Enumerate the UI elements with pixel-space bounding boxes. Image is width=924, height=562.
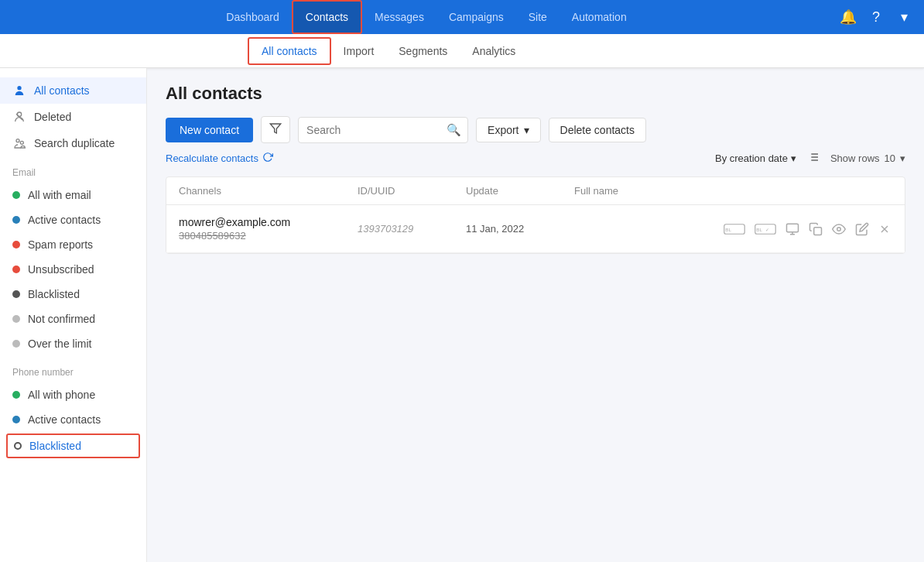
sidebar-item-deleted[interactable]: Deleted xyxy=(0,104,146,130)
blacklist-phone-icon[interactable]: BL✓ xyxy=(753,221,778,238)
svg-text:✓: ✓ xyxy=(765,227,769,232)
delete-contacts-button[interactable]: Delete contacts xyxy=(549,118,647,142)
sidebar-item-blacklisted-phone[interactable]: Blacklisted xyxy=(6,433,140,458)
table-header: Channels ID/UUID Update Full name xyxy=(166,177,905,205)
nav-dashboard[interactable]: Dashboard xyxy=(214,0,292,34)
deleted-icon xyxy=(12,110,26,124)
subnav-analytics[interactable]: Analytics xyxy=(460,34,528,68)
sidebar-item-all-with-email[interactable]: All with email xyxy=(0,183,146,207)
new-contact-button[interactable]: New contact xyxy=(166,118,253,142)
nav-contacts[interactable]: Contacts xyxy=(292,0,362,34)
dot-red-icon xyxy=(12,241,20,248)
delete-icon[interactable] xyxy=(877,221,892,237)
svg-point-4 xyxy=(20,141,23,144)
dot-dark-icon xyxy=(12,290,20,298)
page-title: All contacts xyxy=(166,84,905,104)
email-section-label: Email xyxy=(0,156,146,183)
duplicate-icon xyxy=(12,136,26,150)
dot-circle-outline-icon xyxy=(14,442,22,450)
sort-button[interactable]: By creation date ▾ xyxy=(715,152,796,164)
sidebar: All contacts Deleted Search duplicate Em… xyxy=(0,68,147,562)
sort-dropdown-icon: ▾ xyxy=(791,152,796,164)
copy-icon[interactable] xyxy=(807,221,824,238)
search-input[interactable] xyxy=(306,124,442,136)
chevron-down-icon[interactable]: ▾ xyxy=(896,9,912,25)
sidebar-item-not-confirmed[interactable]: Not confirmed xyxy=(0,307,146,331)
sidebar-item-unsubscribed[interactable]: Unsubscribed xyxy=(0,257,146,282)
show-rows-chevron-icon[interactable]: ▾ xyxy=(900,152,905,164)
contact-id: 1393703129 xyxy=(358,223,466,235)
chevron-down-icon: ▾ xyxy=(524,124,529,136)
toolbar: New contact 🔍 Export ▾ Delete contacts xyxy=(166,116,905,143)
layout: All contacts Deleted Search duplicate Em… xyxy=(0,68,924,562)
help-icon[interactable]: ? xyxy=(868,9,884,25)
top-nav-links: Dashboard Contacts Messages Campaigns Si… xyxy=(12,0,840,34)
top-nav-right: 🔔 ? ▾ xyxy=(840,9,912,25)
svg-point-3 xyxy=(16,139,19,142)
sidebar-item-blacklisted-email[interactable]: Blacklisted xyxy=(0,282,146,307)
filter-button[interactable] xyxy=(261,116,290,143)
nav-messages[interactable]: Messages xyxy=(362,0,436,34)
nav-site[interactable]: Site xyxy=(516,0,560,34)
sidebar-item-over-limit[interactable]: Over the limit xyxy=(0,331,146,356)
edit-icon[interactable] xyxy=(854,221,871,238)
svg-point-0 xyxy=(17,86,21,90)
recalc-row: Recalculate contacts By creation date ▾ … xyxy=(166,151,905,166)
svg-rect-17 xyxy=(787,224,799,232)
contact-phone: 380485589632 xyxy=(179,230,358,242)
sidebar-item-spam-reports[interactable]: Spam reports xyxy=(0,232,146,257)
contact-date: 11 Jan, 2022 xyxy=(466,223,574,235)
recalculate-link[interactable]: Recalculate contacts xyxy=(166,152,273,165)
svg-marker-5 xyxy=(270,124,280,133)
show-rows-count: 10 xyxy=(885,152,895,164)
subnav-import[interactable]: Import xyxy=(331,34,387,68)
col-channels: Channels xyxy=(179,185,358,197)
show-rows-label: Show rows xyxy=(830,152,880,164)
bell-icon[interactable]: 🔔 xyxy=(840,9,856,25)
row-actions: BL BL✓ xyxy=(753,221,892,238)
main-content: All contacts New contact 🔍 Export ▾ Dele… xyxy=(147,68,924,562)
show-rows-selector: Show rows 10 ▾ xyxy=(830,152,905,164)
subnav-segments[interactable]: Segments xyxy=(386,34,460,68)
sidebar-item-active-contacts-phone[interactable]: Active contacts xyxy=(0,407,146,432)
sidebar-item-active-contacts-email[interactable]: Active contacts xyxy=(0,207,146,232)
sidebar-item-search-duplicate[interactable]: Search duplicate xyxy=(0,130,146,156)
filter-icon xyxy=(269,122,282,137)
svg-text:BL: BL xyxy=(725,227,731,232)
contact-email: mowrer@example.com xyxy=(179,216,358,228)
sort-columns-icon[interactable] xyxy=(807,151,820,166)
dot-gray-icon xyxy=(12,315,20,323)
col-actions xyxy=(753,185,892,197)
top-nav: Dashboard Contacts Messages Campaigns Si… xyxy=(0,0,924,34)
contacts-table: Channels ID/UUID Update Full name mowrer… xyxy=(166,176,905,254)
phone-section-label: Phone number xyxy=(0,356,146,382)
person-icon xyxy=(12,84,26,98)
subnav-all-contacts[interactable]: All contacts xyxy=(248,37,331,65)
refresh-icon xyxy=(262,152,273,165)
recalculate-label: Recalculate contacts xyxy=(166,152,258,164)
col-id: ID/UUID xyxy=(358,185,466,197)
col-update: Update xyxy=(466,185,574,197)
sidebar-item-all-with-phone[interactable]: All with phone xyxy=(0,382,146,407)
blacklist-email-icon[interactable]: BL xyxy=(722,221,747,238)
search-box: 🔍 xyxy=(298,117,468,143)
table-row: mowrer@example.com 380485589632 13937031… xyxy=(166,205,905,253)
dot-gray2-icon xyxy=(12,340,20,348)
view-icon[interactable] xyxy=(830,221,847,238)
svg-rect-20 xyxy=(814,227,822,235)
search-icon: 🔍 xyxy=(447,123,461,137)
dot-orange-icon xyxy=(12,266,20,273)
nav-automation[interactable]: Automation xyxy=(560,0,639,34)
svg-point-21 xyxy=(837,227,841,231)
svg-text:BL: BL xyxy=(756,227,762,232)
sort-label: By creation date xyxy=(715,152,788,164)
dot-blue-icon xyxy=(12,216,20,224)
col-fullname: Full name xyxy=(574,185,753,197)
export-button[interactable]: Export ▾ xyxy=(476,118,540,142)
sidebar-item-all-contacts[interactable]: All contacts xyxy=(0,77,146,104)
dot-green-icon xyxy=(12,191,20,199)
contact-channels: mowrer@example.com 380485589632 xyxy=(179,216,358,242)
dot-blue2-icon xyxy=(12,416,20,423)
unsubscribe-icon[interactable] xyxy=(784,221,801,238)
nav-campaigns[interactable]: Campaigns xyxy=(436,0,516,34)
